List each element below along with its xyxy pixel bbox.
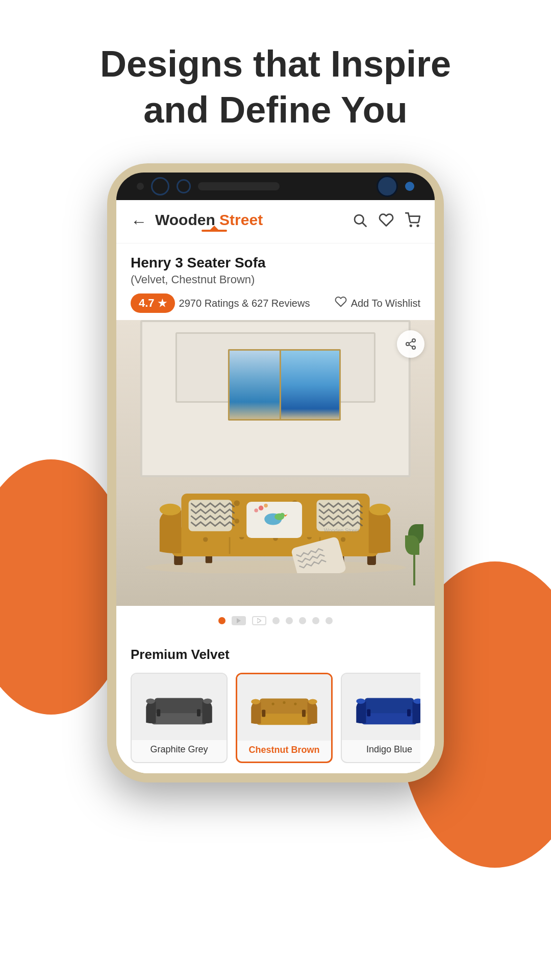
svg-rect-61	[302, 709, 306, 717]
svg-point-53	[203, 698, 212, 704]
phone-screen: ← Wooden Street	[116, 200, 435, 773]
svg-marker-49	[257, 618, 261, 623]
dot-1[interactable]	[218, 617, 226, 624]
product-info: Henry 3 Seater Sofa (Velvet, Chestnut Br…	[116, 243, 435, 320]
add-to-wishlist-button[interactable]: Add To Wishlist	[335, 296, 420, 311]
dot-8[interactable]	[325, 617, 333, 624]
share-button[interactable]	[397, 330, 424, 358]
dot-3[interactable]	[252, 616, 266, 625]
svg-point-3	[417, 225, 419, 227]
svg-rect-51	[155, 698, 204, 714]
svg-rect-57	[260, 699, 309, 714]
rating-pill: 4.7 ★	[131, 293, 175, 313]
product-subtitle: (Velvet, Chestnut Brown)	[131, 273, 420, 286]
color-grid: Graphite Grey	[131, 673, 420, 768]
svg-point-19	[234, 500, 240, 506]
phone-wrapper: ← Wooden Street	[0, 163, 551, 782]
phone-outer: ← Wooden Street	[107, 163, 444, 782]
dot-5[interactable]	[286, 617, 293, 624]
svg-point-4	[145, 560, 406, 573]
svg-line-46	[409, 345, 413, 347]
svg-point-16	[341, 537, 345, 542]
svg-line-47	[409, 341, 413, 344]
indigo-blue-label: Indigo Blue	[342, 740, 420, 761]
phone-top-bar	[116, 173, 435, 200]
sofa: Wooden Street	[135, 448, 415, 575]
svg-point-38	[264, 504, 268, 508]
svg-point-0	[355, 215, 364, 224]
chestnut-brown-label: Chestnut Brown	[237, 741, 331, 762]
svg-rect-55	[197, 709, 201, 716]
svg-point-25	[235, 519, 239, 523]
product-title: Henry 3 Seater Sofa	[131, 255, 420, 271]
section-label: Premium Velvet	[131, 647, 420, 663]
svg-rect-54	[157, 709, 160, 716]
svg-point-64	[294, 702, 296, 705]
star-icon: ★	[158, 297, 167, 309]
svg-point-58	[251, 699, 260, 704]
svg-point-2	[410, 225, 412, 227]
search-icon[interactable]	[352, 212, 367, 231]
svg-rect-69	[367, 709, 370, 716]
rear-camera	[377, 176, 398, 197]
reviews-text: 2970 Ratings & 627 Reviews	[179, 298, 310, 309]
product-image: Wooden Street	[116, 320, 435, 606]
svg-point-30	[160, 504, 181, 516]
sensor2	[177, 179, 191, 193]
wishlist-icon[interactable]	[379, 212, 394, 231]
wishlist-label: Add To Wishlist	[351, 298, 420, 309]
svg-point-36	[280, 513, 285, 518]
camera-dot	[405, 182, 414, 191]
speaker	[198, 182, 280, 190]
dot-6[interactable]	[299, 617, 306, 624]
headline: Designs that Inspire and Define You	[31, 41, 520, 133]
svg-point-12	[203, 537, 208, 542]
svg-point-52	[146, 698, 155, 704]
svg-point-31	[369, 504, 391, 516]
dot-2[interactable]	[232, 616, 246, 625]
app-header: ← Wooden Street	[116, 200, 435, 243]
svg-rect-70	[407, 709, 411, 716]
heart-icon	[335, 296, 347, 311]
color-card-indigo-blue[interactable]: Indigo Blue	[341, 673, 420, 763]
back-button[interactable]: ←	[131, 212, 147, 231]
front-camera	[151, 177, 169, 195]
rating-badge: 4.7 ★ 2970 Ratings & 627 Reviews	[131, 293, 310, 313]
svg-point-37	[259, 505, 263, 510]
page-heading: Designs that Inspire and Define You	[0, 0, 551, 163]
svg-point-59	[308, 699, 317, 704]
svg-point-39	[254, 508, 258, 512]
dot-7[interactable]	[312, 617, 319, 624]
svg-point-63	[283, 701, 285, 704]
dot-4[interactable]	[272, 617, 280, 624]
cart-icon[interactable]	[405, 212, 420, 231]
svg-marker-48	[237, 618, 241, 623]
svg-rect-60	[262, 709, 265, 717]
product-meta: 4.7 ★ 2970 Ratings & 627 Reviews Add To …	[131, 293, 420, 313]
picture-frame-right	[280, 349, 341, 421]
pagination-dots	[116, 606, 435, 635]
graphite-grey-label: Graphite Grey	[132, 740, 227, 761]
color-card-chestnut-brown[interactable]: Chestnut Brown	[236, 673, 333, 763]
svg-point-62	[272, 702, 274, 705]
brand-logo: Wooden Street	[155, 211, 263, 232]
svg-rect-66	[365, 698, 414, 714]
svg-line-1	[363, 223, 366, 226]
color-card-graphite-grey[interactable]: Graphite Grey	[131, 673, 228, 763]
color-section: Premium Velvet	[116, 635, 435, 773]
sensor-dot	[137, 183, 144, 190]
svg-text:Wooden Street: Wooden Street	[324, 528, 359, 533]
sofa-svg: Wooden Street	[135, 448, 415, 573]
svg-point-67	[356, 698, 365, 704]
